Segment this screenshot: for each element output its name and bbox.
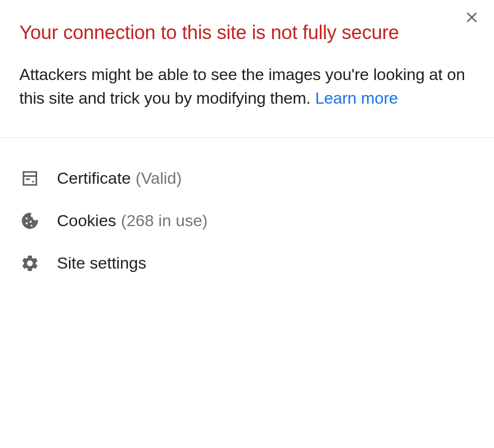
gear-icon [19, 253, 41, 274]
certificate-icon [19, 168, 41, 189]
site-settings-label: Site settings [57, 254, 146, 272]
svg-point-3 [26, 217, 27, 219]
cookies-status: (268 in use) [121, 211, 208, 230]
svg-point-2 [32, 180, 34, 182]
certificate-label: Certificate [57, 169, 131, 188]
svg-point-5 [30, 220, 32, 222]
warning-title: Your connection to this site is not full… [19, 19, 475, 45]
site-settings-item[interactable]: Site settings [19, 242, 475, 285]
cookies-item[interactable]: Cookies (268 in use) [19, 200, 475, 242]
close-icon [464, 18, 480, 27]
site-info-popup: Your connection to this site is not full… [0, 0, 494, 304]
certificate-item[interactable]: Certificate (Valid) [19, 157, 475, 200]
cookie-icon [19, 210, 41, 231]
warning-description: Attackers might be able to see the image… [19, 63, 475, 110]
close-button[interactable] [464, 10, 480, 27]
description-text: Attackers might be able to see the image… [19, 65, 465, 107]
menu-list: Certificate (Valid) Cookies (268 in use) [19, 138, 475, 285]
cookies-label: Cookies [57, 211, 116, 230]
svg-point-4 [26, 222, 27, 224]
certificate-status: (Valid) [136, 169, 182, 188]
learn-more-link[interactable]: Learn more [315, 89, 398, 107]
svg-point-6 [31, 225, 33, 227]
